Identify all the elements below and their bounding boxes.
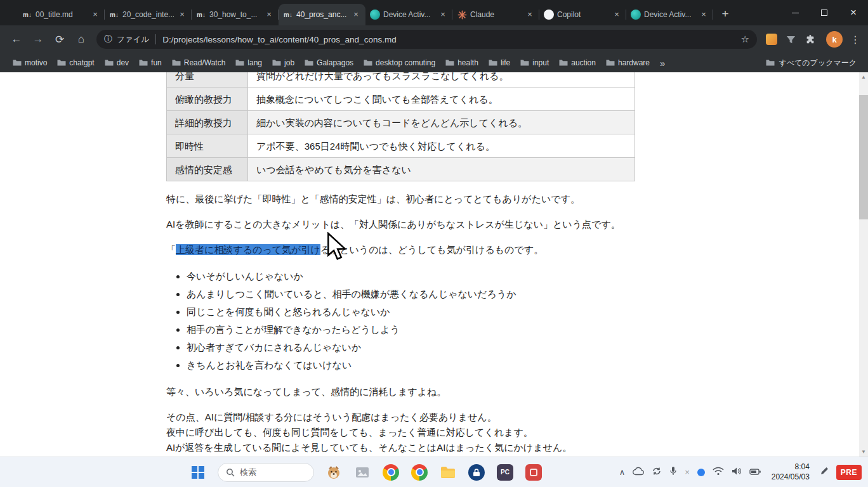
bookmark-item[interactable]: motivo bbox=[8, 56, 52, 69]
tab-close-icon[interactable]: × bbox=[90, 10, 100, 20]
blue-dot-icon[interactable] bbox=[697, 469, 705, 476]
browser-tab[interactable]: Device Activ... × bbox=[626, 4, 713, 25]
browser-tab[interactable]: m↓ 20_code_inte... × bbox=[105, 4, 192, 25]
extension-icon-funnel[interactable] bbox=[786, 35, 796, 44]
tab-close-icon[interactable]: × bbox=[351, 10, 361, 20]
bookmark-star-icon[interactable]: ☆ bbox=[741, 34, 749, 45]
pinned-app-dog-photo[interactable] bbox=[325, 464, 343, 481]
forward-button[interactable]: → bbox=[28, 29, 48, 49]
bookmark-item[interactable]: auction bbox=[554, 56, 601, 69]
tray-x-icon[interactable]: × bbox=[685, 467, 690, 477]
pinned-app-file-explorer[interactable] bbox=[439, 464, 457, 481]
table-value-cell: 質問がどれだけ大量であってもスラスラこなしてくれる。 bbox=[248, 72, 635, 88]
pinned-app-image-viewer[interactable] bbox=[353, 464, 371, 481]
minimize-button[interactable] bbox=[780, 0, 810, 25]
tray-chevron-icon[interactable]: ∧ bbox=[619, 467, 626, 477]
folder-icon bbox=[105, 59, 114, 67]
bookmark-item[interactable]: hardware bbox=[601, 56, 655, 69]
scrollbar[interactable]: ▲ ▼ bbox=[859, 72, 868, 457]
pinned-app-chrome[interactable] bbox=[382, 464, 400, 481]
bookmark-item[interactable]: job bbox=[267, 56, 299, 69]
bookmark-item[interactable]: desktop comuting bbox=[358, 56, 440, 69]
battery-icon[interactable] bbox=[749, 467, 761, 478]
browser-menu-icon[interactable]: ⋮ bbox=[849, 34, 862, 46]
scroll-down-icon[interactable]: ▼ bbox=[861, 447, 866, 457]
clock-date: 2024/05/03 bbox=[772, 472, 810, 483]
browser-tab[interactable]: Copilot × bbox=[539, 4, 626, 25]
browser-tab[interactable]: m↓ 30_how_to_... × bbox=[192, 4, 279, 25]
browser-tab[interactable]: Device Activ... × bbox=[365, 4, 452, 25]
pinned-app-chrome-2[interactable] bbox=[411, 464, 428, 481]
sync-icon[interactable] bbox=[652, 466, 662, 479]
bookmark-item[interactable]: chatgpt bbox=[52, 56, 99, 69]
back-button[interactable]: ← bbox=[6, 29, 27, 49]
bookmark-label: hardware bbox=[618, 58, 650, 67]
pc-icon: PC bbox=[497, 464, 513, 481]
table-row: 感情的安定感 いつ会話をやめても気分を害さない bbox=[167, 158, 635, 181]
extensions-puzzle-icon[interactable] bbox=[805, 34, 816, 45]
profile-avatar[interactable]: k bbox=[826, 31, 843, 48]
browser-window: m↓ 00_title.md × m↓ 20_code_inte... × m↓… bbox=[0, 0, 868, 487]
folder-icon bbox=[272, 59, 281, 67]
close-window-button[interactable]: × bbox=[839, 0, 868, 25]
markdown-favicon-icon: m↓ bbox=[22, 10, 32, 20]
browser-tab-active[interactable]: m↓ 40_pros_anc... × bbox=[279, 4, 365, 25]
browser-tab[interactable]: Claude × bbox=[452, 4, 539, 25]
bookmark-item[interactable]: Read/Watch bbox=[167, 56, 231, 69]
pinned-app-password-manager[interactable] bbox=[468, 464, 485, 481]
reload-button[interactable]: ⟳ bbox=[49, 29, 70, 49]
maximize-button[interactable] bbox=[810, 0, 839, 25]
tab-close-icon[interactable]: × bbox=[612, 10, 622, 20]
taskbar-clock[interactable]: 8:04 2024/05/03 bbox=[772, 462, 810, 482]
bookmark-label: job bbox=[284, 58, 294, 67]
start-button[interactable] bbox=[189, 464, 207, 481]
tab-close-icon[interactable]: × bbox=[264, 10, 274, 20]
list-item: 同じことを何度も聞くと怒られるんじゃないか bbox=[187, 303, 698, 321]
url-text[interactable]: D:/projects/lessons/how_to_ai/content/40… bbox=[162, 35, 735, 44]
cloud-icon[interactable] bbox=[633, 467, 644, 478]
folder-icon bbox=[766, 59, 775, 67]
bookmark-item[interactable]: life bbox=[483, 56, 515, 69]
tab-title: 20_code_inte... bbox=[122, 10, 174, 19]
scroll-up-icon[interactable]: ▲ bbox=[861, 72, 866, 82]
tab-close-icon[interactable]: × bbox=[699, 10, 709, 20]
microphone-icon[interactable] bbox=[669, 466, 677, 479]
browser-tab[interactable]: m↓ 00_title.md × bbox=[18, 4, 105, 25]
list-item: 今いそがしいんじゃないか bbox=[187, 268, 698, 285]
bookmark-item[interactable]: dev bbox=[100, 56, 134, 69]
bookmarks-overflow-icon[interactable]: » bbox=[655, 58, 670, 68]
scrollbar-thumb[interactable] bbox=[859, 95, 868, 219]
bookmark-item[interactable]: health bbox=[440, 56, 483, 69]
new-tab-button[interactable]: + bbox=[716, 4, 735, 23]
tab-title: Claude bbox=[470, 10, 522, 19]
list-item: 初心者すぎてバカにされるんじゃないか bbox=[187, 339, 698, 356]
tab-title: 40_pros_anc... bbox=[296, 10, 348, 19]
tab-close-icon[interactable]: × bbox=[177, 10, 187, 20]
table-row: 俯瞰的教授力 抽象概念についてしつこく聞いても全部答えてくれる。 bbox=[167, 88, 635, 111]
pinned-app-red[interactable] bbox=[525, 464, 542, 481]
mouse-cursor bbox=[327, 232, 350, 263]
markdown-document: 分量 質問がどれだけ大量であってもスラスラこなしてくれる。 俯瞰的教授力 抽象概… bbox=[166, 72, 698, 457]
all-bookmarks-button[interactable]: すべてのブックマーク bbox=[766, 58, 860, 68]
tab-close-icon[interactable]: × bbox=[525, 10, 535, 20]
taskbar-search[interactable]: 検索 bbox=[218, 463, 314, 482]
github-favicon-icon bbox=[544, 10, 554, 20]
bookmark-item[interactable]: Galapagos bbox=[299, 56, 358, 69]
bookmark-item[interactable]: input bbox=[515, 56, 554, 69]
network-icon[interactable] bbox=[713, 467, 724, 478]
page-info-icon[interactable]: ⓘ bbox=[104, 34, 112, 45]
bookmark-item[interactable]: fun bbox=[134, 56, 167, 69]
tab-title: Copilot bbox=[557, 10, 608, 19]
tab-close-icon[interactable]: × bbox=[438, 10, 448, 20]
table-row: 詳細的教授力 細かい実装の内容についてもコードをどんどん示してくれる。 bbox=[167, 111, 635, 134]
page-content: 分量 質問がどれだけ大量であってもスラスラこなしてくれる。 俯瞰的教授力 抽象概… bbox=[0, 72, 868, 457]
pen-icon[interactable] bbox=[820, 467, 829, 478]
extension-icon-orange[interactable] bbox=[766, 34, 777, 45]
volume-icon[interactable] bbox=[732, 467, 742, 478]
pinned-app-pc[interactable]: PC bbox=[496, 464, 514, 481]
teal-circle-favicon-icon bbox=[370, 10, 380, 20]
address-bar[interactable]: ⓘ ファイル D:/projects/lessons/how_to_ai/con… bbox=[96, 30, 757, 49]
image-icon bbox=[355, 465, 370, 480]
home-button[interactable]: ⌂ bbox=[71, 29, 91, 49]
bookmark-item[interactable]: lang bbox=[230, 56, 267, 69]
